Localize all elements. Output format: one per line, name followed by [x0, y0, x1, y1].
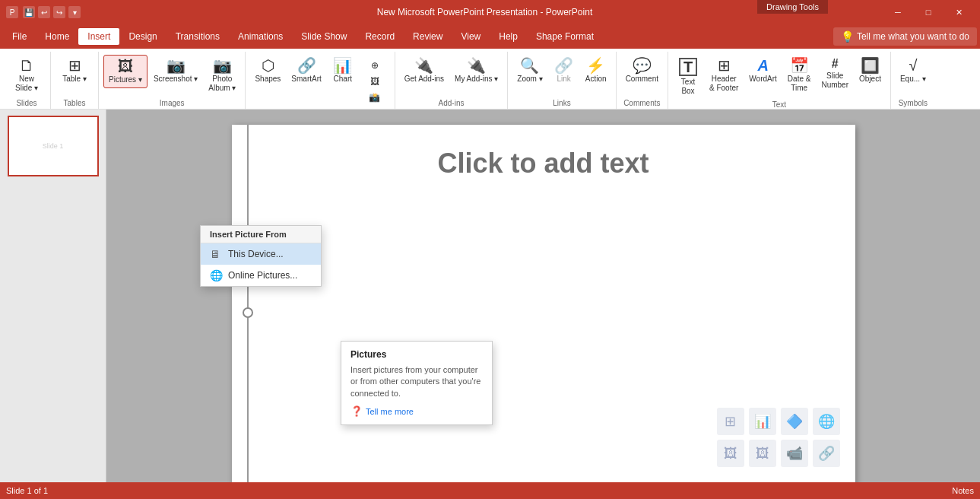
dropdown-menu: Insert Picture From 🖥 This Device... 🌐 O…: [200, 225, 322, 287]
text-group: T TextBox ⊞ Header& Footer A WordArt 📅 D…: [668, 52, 891, 109]
slide-count: Slide 1 of 1: [6, 486, 48, 495]
menu-help[interactable]: Help: [490, 28, 527, 45]
images-group-label: Images: [103, 97, 240, 109]
shapes-icon: ⬡: [262, 58, 274, 73]
date-time-button[interactable]: 📅 Date &Time: [783, 55, 816, 96]
link-button[interactable]: 🔗 Link: [549, 55, 579, 87]
menu-review[interactable]: Review: [404, 28, 452, 45]
slide-number-button[interactable]: # SlideNumber: [817, 55, 853, 93]
table-icon: ⊞: [68, 58, 81, 73]
symbols-group-label: Symbols: [896, 97, 931, 109]
action-button[interactable]: ⚡ Action: [581, 55, 611, 87]
slide-content-icons: ⊞ 📊 🔷 🌐 🖼 🖼 📹 🔗: [717, 408, 840, 467]
header-footer-icon: ⊞: [718, 58, 731, 73]
redo-icon[interactable]: ↪: [53, 6, 65, 18]
online-pictures-button2[interactable]: 📸: [364, 90, 385, 105]
menu-home[interactable]: Home: [36, 28, 78, 45]
object-button[interactable]: 🔲 Object: [855, 55, 886, 87]
date-time-icon: 📅: [790, 58, 809, 73]
powerpoint-logo-icon: P: [6, 6, 18, 18]
menu-shape-format[interactable]: Shape Format: [527, 28, 603, 45]
menu-slide-show[interactable]: Slide Show: [292, 28, 356, 45]
stock-images-icon: 🖼: [370, 76, 379, 87]
slide-icon-link: 🔗: [813, 440, 840, 467]
window-controls[interactable]: ─ □ ✕: [883, 0, 974, 24]
smartart-button[interactable]: 🔗 SmartArt: [287, 55, 325, 87]
online-pictures-item[interactable]: 🌐 Online Pictures...: [201, 265, 321, 286]
slide-placeholder-text: Click to add text: [437, 148, 649, 180]
undo-icon[interactable]: ↩: [38, 6, 50, 18]
canvas-area: Click to add text ⊞ 📊 🔷 🌐 🖼 🖼 📹 🔗 Insert…: [106, 110, 980, 482]
menu-file[interactable]: File: [3, 28, 36, 45]
my-addins-button[interactable]: 🔌 My Add-ins ▾: [450, 55, 503, 87]
menu-design[interactable]: Design: [119, 28, 166, 45]
slide-number-icon: #: [832, 58, 839, 70]
photo-album-button[interactable]: 📷 PhotoAlbum ▾: [204, 55, 240, 96]
maximize-button[interactable]: □: [913, 0, 944, 24]
stock-images-button[interactable]: 🖼: [366, 74, 384, 89]
save-icon[interactable]: 💾: [23, 6, 35, 18]
slides-group: 🗋 NewSlide ▾ Slides: [3, 52, 51, 109]
new-slide-icon: 🗋: [19, 58, 34, 73]
tooltip-tell-me-more[interactable]: ❓ Tell me more: [350, 405, 483, 417]
chart-button[interactable]: 📊 Chart: [328, 55, 358, 87]
icons-button[interactable]: ⊕: [366, 58, 383, 73]
screenshot-icon: 📷: [167, 58, 186, 73]
equation-button[interactable]: √ Equ... ▾: [896, 55, 931, 87]
comments-group: 💬 Comment Comments: [617, 52, 668, 109]
slide-thumbnail[interactable]: Slide 1: [8, 116, 99, 176]
minimize-button[interactable]: ─: [883, 0, 913, 24]
comments-group-label: Comments: [621, 97, 663, 109]
title-bar: P 💾 ↩ ↪ ▾ New Microsoft PowerPoint Prese…: [0, 0, 980, 24]
notes-button[interactable]: Notes: [952, 486, 974, 495]
get-addins-icon: 🔌: [414, 58, 433, 73]
menu-bar: File Home Insert Design Transitions Anim…: [0, 24, 980, 49]
this-device-item[interactable]: 🖥 This Device...: [201, 243, 321, 265]
zoom-button[interactable]: 🔍 Zoom ▾: [512, 55, 547, 87]
equation-icon: √: [909, 58, 917, 73]
slide-icon-smartart: 🔷: [781, 408, 808, 435]
ribbon-toolbar: 🗋 NewSlide ▾ Slides ⊞ Table ▾ Tables 🖼 P…: [0, 49, 980, 110]
my-addins-icon: 🔌: [467, 58, 486, 73]
wordart-button[interactable]: A WordArt: [744, 55, 782, 87]
get-addins-button[interactable]: 🔌 Get Add-ins: [400, 55, 449, 87]
photo-album-icon: 📷: [213, 58, 232, 73]
menu-insert[interactable]: Insert: [78, 28, 119, 45]
menu-animations[interactable]: Animations: [229, 28, 292, 45]
images-group: 🖼 Pictures ▾ 📷 Screenshot ▾ 📷 PhotoAlbum…: [99, 52, 246, 109]
addins-group: 🔌 Get Add-ins 🔌 My Add-ins ▾ Add-ins: [395, 52, 509, 109]
tell-me-input[interactable]: 💡 Tell me what you want to do: [833, 27, 977, 46]
pictures-button[interactable]: 🖼 Pictures ▾: [103, 55, 147, 88]
screenshot-button[interactable]: 📷 Screenshot ▾: [149, 55, 202, 87]
symbols-group: √ Equ... ▾ Symbols: [891, 52, 935, 109]
quick-access-toolbar: 💾 ↩ ↪ ▾: [23, 6, 81, 18]
pictures-icon: 🖼: [118, 59, 133, 74]
online-pictures-icon: 🌐: [210, 269, 222, 281]
smartart-icon: 🔗: [297, 58, 316, 73]
online-pictures-icon: 📸: [369, 92, 380, 103]
addins-group-label: Add-ins: [400, 97, 503, 109]
new-slide-button[interactable]: 🗋 NewSlide ▾: [8, 55, 46, 96]
slide-timeline-dot: [243, 307, 253, 318]
this-device-icon: 🖥: [210, 248, 222, 260]
wordart-icon: A: [757, 58, 768, 73]
insert-picture-dropdown: Insert Picture From 🖥 This Device... 🌐 O…: [200, 225, 322, 287]
slides-group-label: Slides: [8, 97, 46, 109]
action-icon: ⚡: [586, 58, 605, 73]
header-footer-button[interactable]: ⊞ Header& Footer: [705, 55, 743, 96]
menu-record[interactable]: Record: [356, 28, 404, 45]
link-icon: 🔗: [554, 58, 573, 73]
links-group-label: Links: [512, 97, 611, 109]
table-button[interactable]: ⊞ Table ▾: [56, 55, 94, 87]
comment-button[interactable]: 💬 Comment: [621, 55, 663, 87]
comment-icon: 💬: [633, 58, 652, 73]
menu-view[interactable]: View: [452, 28, 490, 45]
close-button[interactable]: ✕: [944, 0, 974, 24]
menu-transitions[interactable]: Transitions: [167, 28, 229, 45]
shapes-button[interactable]: ⬡ Shapes: [250, 55, 285, 87]
dropdown-header: Insert Picture From: [201, 226, 321, 243]
slide-canvas[interactable]: Click to add text ⊞ 📊 🔷 🌐 🖼 🖼 📹 🔗: [232, 125, 855, 482]
customize-icon[interactable]: ▾: [68, 6, 81, 18]
textbox-button[interactable]: T TextBox: [673, 55, 703, 99]
title-bar-left: P 💾 ↩ ↪ ▾: [6, 6, 87, 18]
